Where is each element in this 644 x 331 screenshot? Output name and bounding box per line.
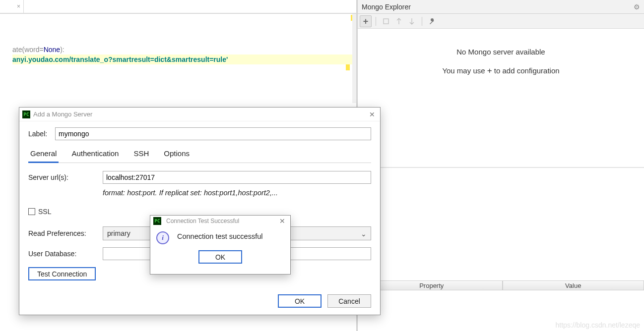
code-line-highlight: anyi.youdao.com/translate_o?smartresult=… — [12, 55, 356, 64]
watermark: https://blog.csdn.net/lezeqe — [552, 319, 644, 331]
info-message: Connection test successful — [177, 229, 262, 240]
panel-body: No Mongo server available You may use + … — [358, 29, 644, 76]
info-titlebar[interactable]: PC Connection Test Successful ✕ — [150, 216, 290, 226]
close-icon[interactable]: ✕ — [367, 110, 377, 118]
app-icon: PC — [153, 217, 161, 225]
server-url-input[interactable] — [103, 171, 371, 184]
panel-title: Mongo Explorer — [362, 3, 634, 11]
toolbar-btn-1[interactable] — [380, 15, 392, 27]
panel-divider — [358, 167, 644, 168]
editor-tab[interactable]: × — [0, 0, 24, 13]
toolbar-btn-2[interactable] — [393, 15, 405, 27]
read-pref-value: primary — [107, 229, 130, 237]
format-hint: format: host:port. If replicat set: host… — [103, 189, 371, 197]
read-pref-label: Read Preferences: — [28, 229, 103, 237]
wrench-icon[interactable] — [426, 15, 438, 27]
svg-rect-0 — [384, 19, 388, 24]
editor-code-area[interactable]: ate(word=None): anyi.youdao.com/translat… — [0, 45, 356, 64]
info-icon: i — [156, 231, 169, 244]
marker-yellow-2 — [346, 64, 350, 70]
cancel-button[interactable]: Cancel — [327, 294, 371, 308]
server-url-label: Server url(s): — [28, 173, 103, 181]
close-icon[interactable]: × — [17, 3, 20, 10]
panel-toolbar: + — [358, 14, 644, 29]
label-field-label: Label: — [28, 130, 55, 138]
close-icon[interactable]: ✕ — [277, 217, 287, 225]
gear-icon[interactable]: ⚙ — [634, 3, 640, 11]
test-connection-button[interactable]: Test Connection — [28, 267, 96, 280]
chevron-down-icon: ⌄ — [361, 230, 367, 238]
ssl-label: SSL — [38, 208, 51, 216]
ok-button[interactable]: OK — [278, 294, 322, 308]
user-db-label: User Database: — [28, 250, 103, 258]
panel-header: Mongo Explorer ⚙ — [358, 0, 644, 14]
property-table-header: Property Value — [361, 280, 644, 290]
dialog-tabs: General Authentication SSH Options — [28, 146, 371, 163]
dialog-title: Add a Mongo Server — [33, 110, 92, 118]
ssl-row: SSL — [28, 208, 371, 216]
col-property[interactable]: Property — [361, 280, 503, 290]
server-url-row: Server url(s): — [28, 171, 371, 184]
editor-tabs-bar: × — [0, 0, 356, 14]
toolbar-separator — [376, 17, 376, 26]
col-value[interactable]: Value — [503, 280, 644, 290]
info-ok-button[interactable]: OK — [198, 250, 242, 264]
connection-test-dialog: PC Connection Test Successful ✕ i Connec… — [150, 215, 291, 275]
tab-authentication[interactable]: Authentication — [69, 146, 121, 163]
app-icon: PC — [22, 110, 30, 118]
info-body: i Connection test successful — [150, 226, 290, 244]
add-mongo-server-dialog: PC Add a Mongo Server ✕ Label: General A… — [19, 107, 381, 315]
label-row: Label: — [28, 127, 371, 140]
add-config-hint: You may use + to add configuration — [358, 66, 644, 76]
info-footer: OK — [150, 244, 290, 264]
add-button[interactable]: + — [360, 15, 372, 27]
tab-options[interactable]: Options — [162, 146, 192, 163]
code-line: ate(word=None): — [12, 45, 356, 55]
dialog-titlebar[interactable]: PC Add a Mongo Server ✕ — [19, 108, 380, 121]
tab-ssh[interactable]: SSH — [131, 146, 151, 163]
editor-scrollbar[interactable] — [352, 14, 356, 103]
toolbar-separator — [422, 17, 422, 26]
label-input[interactable] — [55, 127, 371, 140]
tab-general[interactable]: General — [28, 146, 59, 163]
ssl-checkbox[interactable] — [28, 208, 35, 215]
toolbar-btn-3[interactable] — [406, 15, 418, 27]
no-server-text: No Mongo server available — [358, 48, 644, 56]
dialog-footer: OK Cancel — [278, 294, 371, 308]
info-dialog-title: Connection Test Successful — [166, 218, 239, 224]
